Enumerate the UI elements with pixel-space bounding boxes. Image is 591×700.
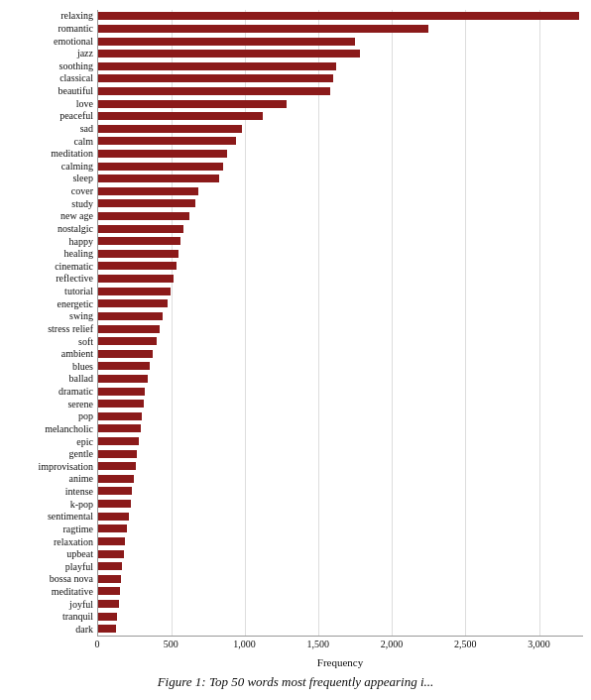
bar-row [98,249,583,259]
bar [98,262,177,270]
y-label: tranquil [62,612,93,623]
bar [98,400,144,408]
bar-row [98,99,583,109]
y-label: tutorial [64,287,93,297]
x-tick-label: 2,000 [381,639,404,649]
y-label: nostalgic [58,223,93,234]
bar [98,500,131,508]
y-label: intense [65,487,93,498]
bar [98,450,137,458]
y-label: love [76,98,93,109]
bar-row [98,561,583,571]
bar [98,199,195,207]
bar-row [98,49,583,58]
y-label: k-pop [70,499,93,510]
y-label: epic [76,436,93,447]
bar [98,587,120,595]
x-tick-label: 2,500 [454,639,477,649]
bar [98,112,263,120]
bar [98,225,183,233]
bar [98,537,125,545]
bar [98,100,287,108]
bar-row [98,298,583,308]
bar-row [98,524,583,533]
bar-row [98,349,583,359]
y-label: joyful [69,599,93,610]
bar-row [98,124,583,134]
bar [98,125,242,133]
bar [98,275,174,283]
y-label: pop [78,411,93,422]
y-label: soothing [59,60,93,71]
bar [98,437,139,445]
y-label: gentle [69,449,93,460]
y-label: calming [61,161,93,172]
y-label: healing [64,249,93,260]
bar-row [98,423,583,433]
bar [98,187,198,195]
bar-row [98,599,583,609]
chart-container: relaxingromanticemotionaljazzsoothingcla… [8,10,583,668]
bar-row [98,311,583,321]
y-label: study [71,198,93,209]
bar [98,288,171,295]
bar [98,613,117,621]
bar [98,513,129,521]
bar-row [98,287,583,296]
x-axis: 05001,0001,5002,0002,5003,000 Frequency [97,637,583,668]
bar-row [98,361,583,371]
bar-row [98,149,583,159]
bar-row [98,399,583,408]
bar [98,550,124,558]
y-label: sad [80,123,93,134]
bar [98,175,219,182]
bar-row [98,449,583,459]
bar [98,74,333,82]
y-label: dark [75,624,93,635]
bar [98,375,148,383]
x-axis-title: Frequency [97,656,583,668]
bar [98,575,121,583]
y-label: improvisation [38,461,93,472]
bar-row [98,411,583,421]
bar [98,38,355,46]
y-label: meditation [51,149,93,160]
bar [98,600,119,608]
bar-row [98,261,583,271]
y-label: bossa nova [50,574,93,585]
bar [98,337,157,345]
bar-row [98,624,583,634]
y-label: dramatic [59,387,93,398]
bar [98,299,168,307]
bar-row [98,461,583,471]
bar-row [98,174,583,183]
y-label: new age [60,211,93,222]
bar [98,212,189,220]
bar-row [98,374,583,384]
y-label: ballad [69,374,93,385]
y-label: soft [78,336,93,347]
y-label: emotional [54,36,93,47]
x-tick-label: 500 [164,639,178,649]
bar-row [98,11,583,21]
bar-row [98,486,583,496]
y-label: happy [69,236,93,247]
bar [98,625,116,633]
bar [98,424,141,432]
y-label: swing [69,311,93,322]
bar [98,487,132,495]
bar [98,350,153,358]
bar [98,462,136,470]
y-label: anime [69,474,93,485]
bars-area [97,10,583,637]
bar [98,412,142,420]
y-label: cover [71,186,93,197]
bar [98,525,127,532]
y-label: calm [74,136,93,147]
y-label: ambient [61,349,93,360]
bar-row [98,37,583,47]
bar-row [98,612,583,622]
bar-row [98,512,583,522]
bar-row [98,211,583,221]
bar-row [98,474,583,484]
